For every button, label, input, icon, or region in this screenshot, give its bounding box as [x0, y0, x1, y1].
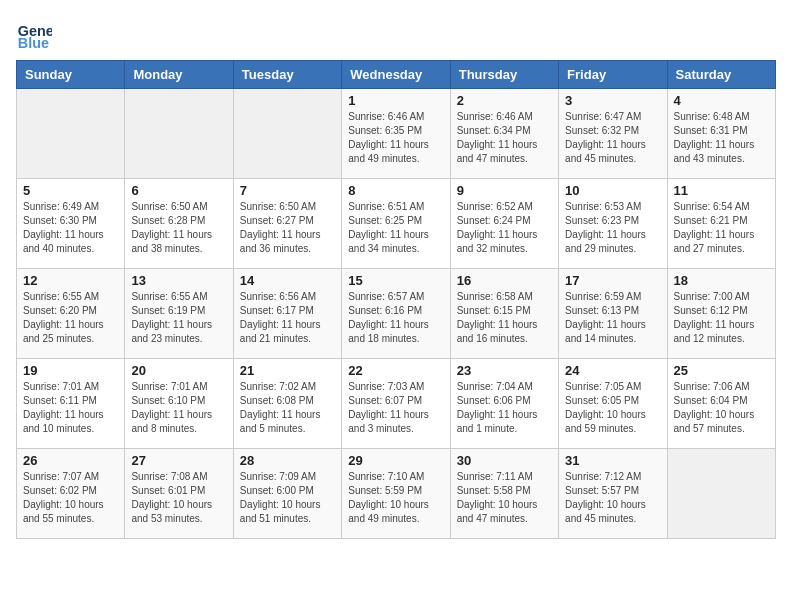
day-info: Sunrise: 6:55 AM Sunset: 6:19 PM Dayligh…: [131, 290, 226, 346]
calendar-week-row: 12Sunrise: 6:55 AM Sunset: 6:20 PM Dayli…: [17, 269, 776, 359]
calendar-cell: 29Sunrise: 7:10 AM Sunset: 5:59 PM Dayli…: [342, 449, 450, 539]
day-info: Sunrise: 7:09 AM Sunset: 6:00 PM Dayligh…: [240, 470, 335, 526]
calendar-cell: 13Sunrise: 6:55 AM Sunset: 6:19 PM Dayli…: [125, 269, 233, 359]
calendar-cell: 9Sunrise: 6:52 AM Sunset: 6:24 PM Daylig…: [450, 179, 558, 269]
weekday-row: SundayMondayTuesdayWednesdayThursdayFrid…: [17, 61, 776, 89]
day-number: 26: [23, 453, 118, 468]
day-info: Sunrise: 6:57 AM Sunset: 6:16 PM Dayligh…: [348, 290, 443, 346]
calendar-cell: 28Sunrise: 7:09 AM Sunset: 6:00 PM Dayli…: [233, 449, 341, 539]
day-number: 24: [565, 363, 660, 378]
weekday-header: Sunday: [17, 61, 125, 89]
calendar-cell: 31Sunrise: 7:12 AM Sunset: 5:57 PM Dayli…: [559, 449, 667, 539]
day-info: Sunrise: 7:02 AM Sunset: 6:08 PM Dayligh…: [240, 380, 335, 436]
day-info: Sunrise: 6:54 AM Sunset: 6:21 PM Dayligh…: [674, 200, 769, 256]
day-number: 17: [565, 273, 660, 288]
day-info: Sunrise: 7:01 AM Sunset: 6:11 PM Dayligh…: [23, 380, 118, 436]
page-header: General Blue: [16, 16, 776, 52]
svg-text:Blue: Blue: [18, 35, 49, 51]
day-number: 27: [131, 453, 226, 468]
calendar-body: 1Sunrise: 6:46 AM Sunset: 6:35 PM Daylig…: [17, 89, 776, 539]
day-info: Sunrise: 7:08 AM Sunset: 6:01 PM Dayligh…: [131, 470, 226, 526]
day-number: 31: [565, 453, 660, 468]
day-number: 22: [348, 363, 443, 378]
calendar-cell: 18Sunrise: 7:00 AM Sunset: 6:12 PM Dayli…: [667, 269, 775, 359]
day-number: 15: [348, 273, 443, 288]
weekday-header: Monday: [125, 61, 233, 89]
calendar-cell: [125, 89, 233, 179]
logo-icon: General Blue: [16, 16, 52, 52]
day-number: 6: [131, 183, 226, 198]
calendar-cell: 7Sunrise: 6:50 AM Sunset: 6:27 PM Daylig…: [233, 179, 341, 269]
day-number: 4: [674, 93, 769, 108]
calendar-week-row: 19Sunrise: 7:01 AM Sunset: 6:11 PM Dayli…: [17, 359, 776, 449]
day-number: 9: [457, 183, 552, 198]
day-number: 29: [348, 453, 443, 468]
day-number: 30: [457, 453, 552, 468]
calendar-cell: 3Sunrise: 6:47 AM Sunset: 6:32 PM Daylig…: [559, 89, 667, 179]
calendar-cell: 11Sunrise: 6:54 AM Sunset: 6:21 PM Dayli…: [667, 179, 775, 269]
day-number: 5: [23, 183, 118, 198]
calendar-cell: 12Sunrise: 6:55 AM Sunset: 6:20 PM Dayli…: [17, 269, 125, 359]
calendar-week-row: 26Sunrise: 7:07 AM Sunset: 6:02 PM Dayli…: [17, 449, 776, 539]
day-info: Sunrise: 7:05 AM Sunset: 6:05 PM Dayligh…: [565, 380, 660, 436]
calendar-cell: 17Sunrise: 6:59 AM Sunset: 6:13 PM Dayli…: [559, 269, 667, 359]
calendar-cell: 24Sunrise: 7:05 AM Sunset: 6:05 PM Dayli…: [559, 359, 667, 449]
calendar-cell: 21Sunrise: 7:02 AM Sunset: 6:08 PM Dayli…: [233, 359, 341, 449]
day-number: 1: [348, 93, 443, 108]
calendar-cell: 19Sunrise: 7:01 AM Sunset: 6:11 PM Dayli…: [17, 359, 125, 449]
day-number: 18: [674, 273, 769, 288]
day-info: Sunrise: 6:47 AM Sunset: 6:32 PM Dayligh…: [565, 110, 660, 166]
day-number: 23: [457, 363, 552, 378]
calendar-cell: [17, 89, 125, 179]
weekday-header: Saturday: [667, 61, 775, 89]
calendar-cell: 10Sunrise: 6:53 AM Sunset: 6:23 PM Dayli…: [559, 179, 667, 269]
day-info: Sunrise: 7:00 AM Sunset: 6:12 PM Dayligh…: [674, 290, 769, 346]
day-number: 21: [240, 363, 335, 378]
day-number: 2: [457, 93, 552, 108]
day-info: Sunrise: 7:01 AM Sunset: 6:10 PM Dayligh…: [131, 380, 226, 436]
day-info: Sunrise: 6:48 AM Sunset: 6:31 PM Dayligh…: [674, 110, 769, 166]
day-info: Sunrise: 7:06 AM Sunset: 6:04 PM Dayligh…: [674, 380, 769, 436]
day-info: Sunrise: 7:10 AM Sunset: 5:59 PM Dayligh…: [348, 470, 443, 526]
calendar-cell: 27Sunrise: 7:08 AM Sunset: 6:01 PM Dayli…: [125, 449, 233, 539]
calendar-week-row: 1Sunrise: 6:46 AM Sunset: 6:35 PM Daylig…: [17, 89, 776, 179]
day-info: Sunrise: 6:51 AM Sunset: 6:25 PM Dayligh…: [348, 200, 443, 256]
day-info: Sunrise: 6:53 AM Sunset: 6:23 PM Dayligh…: [565, 200, 660, 256]
day-info: Sunrise: 6:58 AM Sunset: 6:15 PM Dayligh…: [457, 290, 552, 346]
calendar-cell: 2Sunrise: 6:46 AM Sunset: 6:34 PM Daylig…: [450, 89, 558, 179]
day-info: Sunrise: 6:59 AM Sunset: 6:13 PM Dayligh…: [565, 290, 660, 346]
calendar-cell: 1Sunrise: 6:46 AM Sunset: 6:35 PM Daylig…: [342, 89, 450, 179]
weekday-header: Thursday: [450, 61, 558, 89]
weekday-header: Friday: [559, 61, 667, 89]
day-number: 11: [674, 183, 769, 198]
calendar-cell: [667, 449, 775, 539]
day-info: Sunrise: 6:50 AM Sunset: 6:27 PM Dayligh…: [240, 200, 335, 256]
day-info: Sunrise: 7:04 AM Sunset: 6:06 PM Dayligh…: [457, 380, 552, 436]
day-info: Sunrise: 6:46 AM Sunset: 6:35 PM Dayligh…: [348, 110, 443, 166]
day-number: 14: [240, 273, 335, 288]
day-info: Sunrise: 7:07 AM Sunset: 6:02 PM Dayligh…: [23, 470, 118, 526]
day-number: 3: [565, 93, 660, 108]
day-info: Sunrise: 7:03 AM Sunset: 6:07 PM Dayligh…: [348, 380, 443, 436]
day-info: Sunrise: 6:50 AM Sunset: 6:28 PM Dayligh…: [131, 200, 226, 256]
calendar-cell: 6Sunrise: 6:50 AM Sunset: 6:28 PM Daylig…: [125, 179, 233, 269]
day-number: 19: [23, 363, 118, 378]
calendar-cell: 23Sunrise: 7:04 AM Sunset: 6:06 PM Dayli…: [450, 359, 558, 449]
weekday-header: Tuesday: [233, 61, 341, 89]
calendar-cell: 16Sunrise: 6:58 AM Sunset: 6:15 PM Dayli…: [450, 269, 558, 359]
day-info: Sunrise: 6:49 AM Sunset: 6:30 PM Dayligh…: [23, 200, 118, 256]
day-number: 16: [457, 273, 552, 288]
calendar-header: SundayMondayTuesdayWednesdayThursdayFrid…: [17, 61, 776, 89]
calendar-cell: 22Sunrise: 7:03 AM Sunset: 6:07 PM Dayli…: [342, 359, 450, 449]
calendar-cell: 4Sunrise: 6:48 AM Sunset: 6:31 PM Daylig…: [667, 89, 775, 179]
day-number: 7: [240, 183, 335, 198]
day-info: Sunrise: 6:55 AM Sunset: 6:20 PM Dayligh…: [23, 290, 118, 346]
calendar-cell: 14Sunrise: 6:56 AM Sunset: 6:17 PM Dayli…: [233, 269, 341, 359]
calendar-cell: 5Sunrise: 6:49 AM Sunset: 6:30 PM Daylig…: [17, 179, 125, 269]
calendar-table: SundayMondayTuesdayWednesdayThursdayFrid…: [16, 60, 776, 539]
day-number: 12: [23, 273, 118, 288]
calendar-cell: 25Sunrise: 7:06 AM Sunset: 6:04 PM Dayli…: [667, 359, 775, 449]
day-info: Sunrise: 6:52 AM Sunset: 6:24 PM Dayligh…: [457, 200, 552, 256]
logo: General Blue: [16, 16, 56, 52]
calendar-cell: 26Sunrise: 7:07 AM Sunset: 6:02 PM Dayli…: [17, 449, 125, 539]
